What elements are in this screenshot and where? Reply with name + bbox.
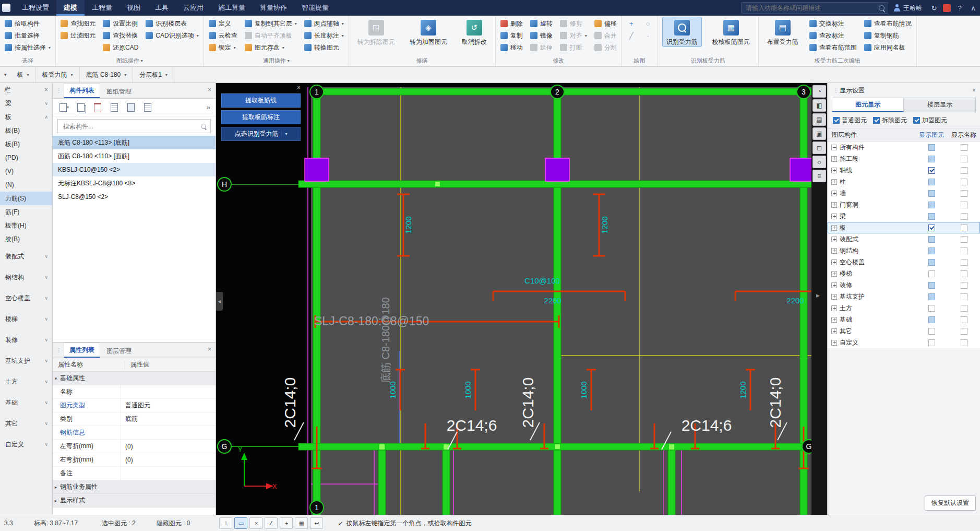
show-element-checkbox[interactable] bbox=[928, 270, 935, 277]
show-element-checkbox[interactable] bbox=[928, 190, 935, 197]
cad-viewport[interactable]: SLJ-C8-180:C8@150 底筋 C8-180@180 C10@100 … bbox=[216, 83, 811, 515]
menu-tab[interactable]: 建模 bbox=[56, 0, 85, 16]
expand-icon[interactable] bbox=[831, 248, 837, 254]
convert-to-demolish-button[interactable]: ◳转为拆除图元 bbox=[354, 17, 399, 46]
sidebar-item[interactable]: 梁 ∨ bbox=[0, 97, 52, 110]
expand-icon[interactable] bbox=[831, 282, 837, 288]
move-button[interactable]: 移动 bbox=[500, 43, 523, 52]
function-search[interactable] bbox=[741, 2, 888, 14]
new-component-button[interactable]: ▾ bbox=[58, 101, 70, 114]
show-element-checkbox[interactable] bbox=[928, 167, 935, 174]
place-rebar-button[interactable]: ▤布置受力筋 bbox=[763, 17, 802, 46]
layer-row[interactable]: 门窗洞 bbox=[828, 199, 980, 210]
expand-icon[interactable] bbox=[831, 259, 837, 265]
show-name-checkbox[interactable] bbox=[961, 328, 967, 335]
drawing-canvas[interactable]: SLJ-C8-180:C8@150 底筋 C8-180@180 C10@100 … bbox=[216, 83, 811, 515]
two-point-aux-axis-button[interactable]: 两点辅轴▾ bbox=[304, 19, 344, 28]
menu-tab[interactable]: 智能提量 bbox=[294, 0, 336, 16]
convert-element-button[interactable]: 转换图元 bbox=[304, 43, 344, 52]
expand-icon[interactable] bbox=[831, 237, 837, 242]
layer-row[interactable]: 轴线 bbox=[828, 164, 980, 176]
tab-property-list[interactable]: 属性列表 bbox=[64, 343, 100, 358]
close-icon[interactable]: × bbox=[297, 85, 301, 91]
expand-icon[interactable] bbox=[831, 271, 837, 277]
set-scale-button[interactable]: 设置比例 bbox=[103, 19, 138, 28]
drag-grip-icon[interactable]: ⋮ bbox=[832, 88, 840, 93]
layer-row[interactable]: 自定义 bbox=[828, 337, 980, 348]
show-element-checkbox[interactable] bbox=[928, 293, 935, 300]
sidebar-item[interactable]: (PD) bbox=[0, 151, 52, 164]
expand-icon[interactable] bbox=[831, 168, 837, 173]
expand-icon[interactable] bbox=[831, 191, 837, 196]
mirror-button[interactable]: 镜像 bbox=[530, 31, 553, 40]
length-dimension-button[interactable]: 长度标注▾ bbox=[304, 31, 344, 40]
display-filter-checkbox[interactable]: 普通图元 bbox=[833, 116, 867, 125]
merge-button[interactable]: 合并 bbox=[594, 31, 617, 40]
sidebar-item[interactable]: 钢结构 ∨ bbox=[0, 267, 52, 288]
layer-row[interactable]: 墙 bbox=[828, 187, 980, 199]
property-row[interactable]: 基础属性 bbox=[53, 372, 216, 385]
help-icon[interactable]: ? bbox=[954, 4, 965, 12]
show-element-checkbox[interactable] bbox=[928, 259, 935, 266]
property-row[interactable]: 类别 底筋 bbox=[53, 412, 216, 426]
find-replace-button[interactable]: 查找替换 bbox=[103, 31, 138, 40]
show-element-checkbox[interactable] bbox=[928, 144, 935, 151]
component-list-item[interactable]: KBSLJ-C10@150 <2> bbox=[53, 163, 216, 176]
sidebar-item[interactable]: 其它 ∨ bbox=[0, 413, 52, 434]
show-name-checkbox[interactable] bbox=[961, 225, 967, 231]
element-type-dropdown[interactable]: 板▾ bbox=[11, 67, 36, 82]
show-element-checkbox[interactable] bbox=[928, 179, 935, 185]
show-name-checkbox[interactable] bbox=[961, 259, 967, 266]
collapse-panel-arrow[interactable]: ◀ bbox=[216, 292, 223, 311]
cancel-retrofit-button[interactable]: ↺取消拆改 bbox=[458, 17, 491, 46]
sidebar-item[interactable]: 胶(B) bbox=[0, 232, 52, 246]
expand-icon[interactable] bbox=[831, 179, 837, 185]
show-name-checkbox[interactable] bbox=[961, 316, 967, 323]
expand-icon[interactable] bbox=[831, 340, 837, 346]
sidebar-item[interactable]: 筋(F) bbox=[0, 205, 52, 219]
interlayer-copy-button[interactable] bbox=[108, 101, 121, 114]
show-element-checkbox[interactable] bbox=[928, 282, 935, 289]
close-icon[interactable]: × bbox=[208, 346, 211, 353]
view-tool-icon[interactable]: ▣ bbox=[812, 127, 826, 140]
sidebar-item[interactable]: 板(B) bbox=[0, 137, 52, 151]
layered-slab-dropdown[interactable]: 分层板1▾ bbox=[133, 67, 174, 82]
view-tool-icon[interactable]: ≡ bbox=[812, 170, 826, 182]
property-row[interactable]: 钢筋信息 bbox=[53, 426, 216, 440]
property-row[interactable]: 左弯折(mm) (0) bbox=[53, 440, 216, 453]
expand-icon[interactable] bbox=[831, 305, 837, 311]
property-row[interactable]: 钢筋业务属性 bbox=[53, 480, 216, 494]
refresh-icon[interactable]: ↻ bbox=[929, 4, 939, 12]
menu-tab[interactable]: 施工算量 bbox=[211, 0, 253, 16]
property-row[interactable]: 显示样式 bbox=[53, 494, 216, 508]
drawing-mode-icon[interactable]: ▭ bbox=[234, 517, 247, 529]
swap-annotation-button[interactable]: 交换标注 bbox=[809, 19, 857, 28]
sidebar-item[interactable]: (N) bbox=[0, 178, 52, 192]
view-tool-icon[interactable]: ▤ bbox=[812, 113, 826, 126]
component-list-item[interactable]: 面筋 C8-180 <110> [面筋] bbox=[53, 149, 216, 163]
show-name-checkbox[interactable] bbox=[961, 202, 967, 208]
restore-default-button[interactable]: 恢复默认设置 bbox=[925, 495, 976, 511]
show-name-checkbox[interactable] bbox=[961, 293, 967, 300]
show-name-checkbox[interactable] bbox=[961, 339, 967, 346]
trim-button[interactable]: 修剪 bbox=[560, 19, 587, 28]
sidebar-item[interactable]: 装修 ∨ bbox=[0, 329, 52, 350]
display-filter-checkbox[interactable]: 拆除图元 bbox=[873, 116, 907, 125]
batch-select-button[interactable]: 批量选择 bbox=[5, 31, 51, 40]
sidebar-item[interactable]: (V) bbox=[0, 164, 52, 178]
expand-panel-arrow[interactable]: ▶ bbox=[816, 293, 820, 298]
show-element-checkbox[interactable] bbox=[928, 247, 935, 254]
edit-annotation-button[interactable]: 查改标注 bbox=[809, 31, 857, 40]
view-tool-icon[interactable]: ◻ bbox=[812, 141, 826, 154]
component-list-item[interactable]: SLJ-C8@150 <2> bbox=[53, 190, 216, 204]
tab-element-display[interactable]: 图元显示 bbox=[832, 98, 904, 112]
layer-row[interactable]: 所有构件 bbox=[828, 141, 980, 153]
layer-row[interactable]: 土方 bbox=[828, 302, 980, 314]
lock-button[interactable]: 锁定▾ bbox=[209, 43, 237, 52]
component-search[interactable] bbox=[57, 119, 211, 133]
copy-rebar-button[interactable]: 复制钢筋 bbox=[864, 31, 912, 40]
layer-row[interactable]: 装配式 bbox=[828, 233, 980, 245]
break-button[interactable]: 打断 bbox=[560, 43, 587, 52]
layer-row[interactable]: 楼梯 bbox=[828, 268, 980, 279]
show-name-checkbox[interactable] bbox=[961, 270, 967, 277]
